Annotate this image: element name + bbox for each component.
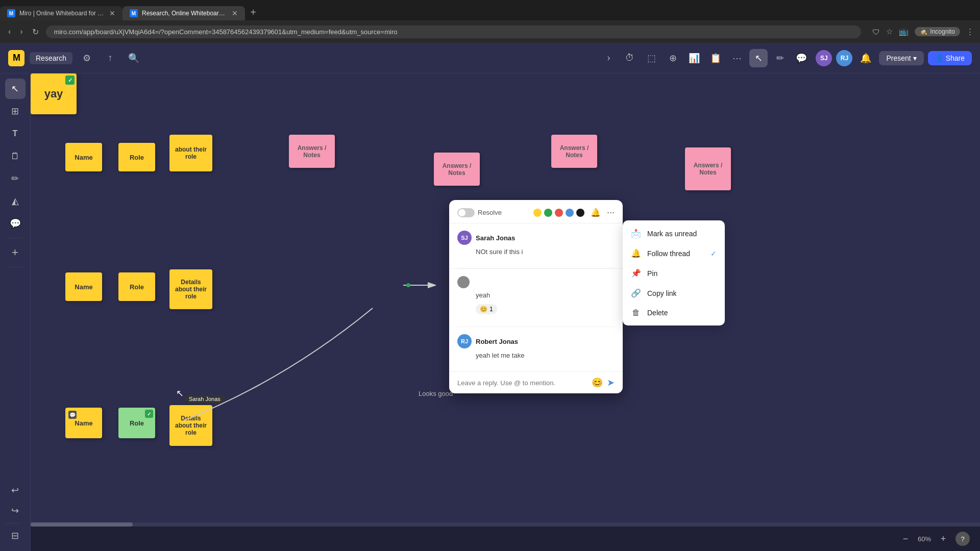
comment-2-text: yeah let me take [457,352,615,359]
bell-icon[interactable]: 🔔 [591,208,601,217]
resolve-toggle[interactable]: Resolve [457,208,502,217]
emoji-button[interactable]: 😊 [592,377,603,388]
sidebar-redo-button[interactable]: ↪ [5,500,26,521]
search-button[interactable]: 🔍 [125,49,143,67]
tab-2-title: Research, Online Whiteboard for ... [142,10,228,17]
timer-button[interactable]: ⏱ [621,49,639,67]
back-button[interactable]: ‹ [6,25,13,38]
menu-item-copy-link-label: Copy link [647,289,677,297]
toolbar-center: › ⏱ ⬚ ⊕ 📊 📋 ⋯ ↖ ✏ 💬 [599,49,811,67]
sidebar-shape-tool[interactable]: ◭ [5,191,26,211]
sidebar-add-tool[interactable]: + [5,242,26,263]
board-title[interactable]: Research [30,52,72,64]
share-icon: 👤 [935,54,944,62]
main-area: ↖ ⊞ T 🗒 ✏ ◭ 💬 + ↩ ↪ ⊟ Name Role about th… [0,73,980,551]
canvas[interactable]: Name Role about their role Answers / Not… [31,73,980,551]
color-dot-blue[interactable] [566,209,574,217]
zoom-out-button[interactable]: − [898,532,913,546]
forward-button[interactable]: › [18,25,24,38]
share-file-button[interactable]: ↑ [101,49,119,67]
color-dot-red[interactable] [555,209,563,217]
settings-button[interactable]: ⚙ [78,49,96,67]
color-dot-black[interactable] [576,209,584,217]
vote-button[interactable]: 📊 [685,49,703,67]
tab-1-title: Miro | Online Whiteboard for Vis... [19,10,105,17]
menu-item-copy-link[interactable]: 🔗 Copy link [623,283,725,303]
comment-2-avatar: RJ [457,334,472,348]
sticky-name-3[interactable]: 💬 Name [65,408,102,438]
sticky-details-3[interactable]: Details about their role [169,405,212,446]
star-icon[interactable]: ☆ [886,27,893,36]
yay-sticky[interactable]: ✓ yay [31,73,77,114]
svg-point-1 [406,283,410,287]
sticky-name-1[interactable]: Name [65,143,102,171]
address-bar[interactable]: miro.com/app/board/uXjVMqiA6d4=/?openCom… [46,26,862,38]
cursor: ↖ [176,388,184,398]
context-menu: 📩 Mark as unread 🔔 Follow thread ✓ 📌 Pin… [623,220,725,325]
expand-button[interactable]: › [599,49,618,67]
sidebar-note-tool[interactable]: 🗒 [5,146,26,166]
sidebar-text-tool[interactable]: T [5,123,26,144]
menu-item-mark-unread[interactable]: 📩 Mark as unread [623,223,725,243]
help-button[interactable]: ? [955,532,970,546]
cast-icon[interactable]: 📺 [899,27,909,36]
scrollbar-horizontal[interactable] [31,522,980,527]
template-button[interactable]: ⬚ [642,49,660,67]
sticky-about-role-1[interactable]: about their role [169,135,212,171]
sidebar-draw-tool[interactable]: ✏ [5,168,26,189]
sticky-answers-1[interactable]: Answers / Notes [289,135,335,168]
sticky-answers-3[interactable]: Answers / Notes [551,135,597,168]
tab-1[interactable]: M Miro | Online Whiteboard for Vis... ✕ [0,6,122,20]
pen-tool-button[interactable]: ✏ [771,49,789,67]
apps-button[interactable]: ⋯ [728,49,746,67]
comment-1-text: NOt sure if this i [457,248,615,256]
comment-panel-header: Resolve 🔔 ··· [449,200,623,223]
zoom-level: 60% [918,535,931,543]
sidebar-pages-button[interactable]: ⊟ [5,525,26,546]
toggle-track[interactable] [457,208,475,217]
reply-input[interactable] [457,379,587,387]
sidebar-select-tool[interactable]: ↖ [5,79,26,99]
sidebar-bottom: ↩ ↪ ⊟ [5,480,26,546]
sticky-answers-2[interactable]: Answers / Notes [434,153,480,186]
sticky-role-3[interactable]: ✓ Role [118,408,155,438]
yay-text: yay [44,87,63,101]
menu-item-delete[interactable]: 🗑 Delete [623,303,725,322]
sticky-name-2[interactable]: Name [65,272,102,301]
menu-item-pin[interactable]: 📌 Pin [623,263,725,283]
sidebar-table-tool[interactable]: ⊞ [5,101,26,121]
sidebar-undo-button[interactable]: ↩ [5,480,26,500]
zoom-in-button[interactable]: + [936,532,950,546]
tab-2-close[interactable]: ✕ [232,9,238,17]
share-button[interactable]: 👤 Share [928,51,972,65]
comment-panel: Resolve 🔔 ··· SJ S [449,200,623,393]
new-tab-button[interactable]: + [245,4,261,20]
cursor-button[interactable]: ⊕ [664,49,682,67]
send-button[interactable]: ➤ [607,377,615,388]
reaction-badge[interactable]: 😊 1 [476,304,497,314]
tab-2[interactable]: M Research, Online Whiteboard for ... ✕ [122,6,245,20]
menu-item-follow-thread[interactable]: 🔔 Follow thread ✓ [623,243,725,263]
address-text: miro.com/app/board/uXjVMqiA6d4=/?openCom… [54,28,398,36]
address-bar-row: ‹ › ↻ miro.com/app/board/uXjVMqiA6d4=/?o… [0,20,980,43]
more-options-button[interactable]: ··· [607,207,615,218]
select-tool-button[interactable]: ↖ [749,49,768,67]
tab-1-close[interactable]: ✕ [109,9,115,17]
sticky-role-1[interactable]: Role [118,143,155,171]
menu-icon[interactable]: ⋮ [966,27,974,36]
sticky-role-2[interactable]: Role [118,272,155,301]
reload-button[interactable]: ↻ [30,25,41,39]
sidebar-comment-tool[interactable]: 💬 [5,213,26,234]
comment-tool-button[interactable]: 💬 [792,49,811,67]
color-dot-green[interactable] [544,209,552,217]
copy-link-icon: 🔗 [631,288,641,298]
menu-item-pin-label: Pin [647,269,657,278]
scrollbar-thumb-h[interactable] [31,522,133,527]
present-button[interactable]: Present ▾ [879,51,923,65]
color-dot-yellow[interactable] [533,209,542,217]
sticky-details-2[interactable]: Details about their role [169,269,212,309]
sticky-answers-4[interactable]: Answers / Notes [685,147,731,190]
tab-1-favicon: M [7,9,15,17]
notes-button[interactable]: 📋 [706,49,725,67]
bell-button[interactable]: 🔔 [856,49,875,67]
